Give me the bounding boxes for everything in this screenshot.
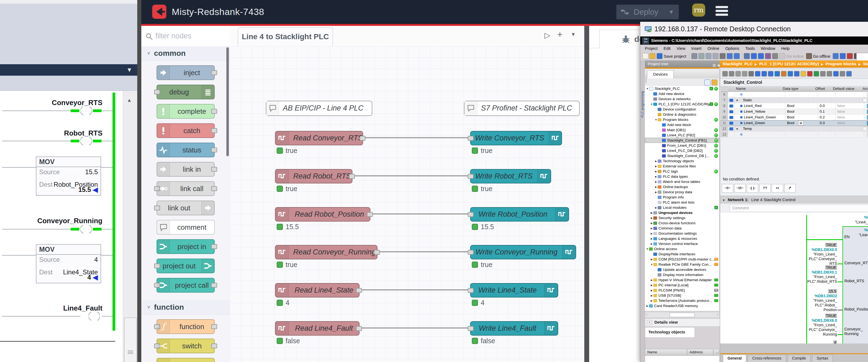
print-icon[interactable] <box>691 53 698 59</box>
tree-item[interactable]: Stacklight_Control [FB1] <box>645 138 719 143</box>
tree-item[interactable]: Display more information <box>645 272 719 277</box>
expand-arrow-icon[interactable]: ▼ <box>655 118 657 121</box>
output-port[interactable] <box>211 167 217 172</box>
mov-instruction[interactable]: MOVSource15.5DestRobot_Position15.5 ◀ <box>36 157 101 196</box>
inspector-tab-general[interactable]: General <box>723 355 746 362</box>
editor-tool-icon-7[interactable] <box>768 71 773 77</box>
table-row[interactable]: 9Line4_YellowBool0.1false✓ <box>721 109 868 115</box>
palette-node-link out[interactable]: link out <box>157 201 215 215</box>
menu-online[interactable]: Online <box>704 46 722 51</box>
tree-item[interactable]: ▶Card Reader/USB memory <box>645 303 719 308</box>
menu-edit[interactable]: Edit <box>661 46 674 51</box>
save-icon[interactable] <box>657 53 662 59</box>
ladder-scrollbar[interactable]: ▲ <box>123 91 137 362</box>
go-online-label[interactable]: Go online <box>786 54 804 58</box>
collapse-arrow-icon[interactable]: ▶ <box>650 284 653 287</box>
network-header[interactable]: ▼Network 1:Line 4 Stacklight Control <box>720 196 868 203</box>
output-port[interactable] <box>360 136 366 141</box>
add-flow-button[interactable]: + <box>557 29 562 40</box>
input-port[interactable] <box>468 250 474 255</box>
tree-item[interactable]: ▶Technology objects <box>645 159 719 164</box>
menu-view[interactable]: View <box>674 46 688 51</box>
undo-icon[interactable] <box>727 53 733 59</box>
input-operand[interactable]: 15.5%DB1.DBD2"From_Line4_PLC".Robot_Posi… <box>792 289 837 312</box>
tree-item[interactable]: Line4_PLC [FB2] <box>645 133 719 138</box>
input-port[interactable] <box>468 212 474 217</box>
output-port[interactable] <box>211 70 217 75</box>
output-port[interactable] <box>349 174 355 179</box>
collapse-arrow-icon[interactable]: ▶ <box>650 258 653 261</box>
collapse-arrow-icon[interactable]: ▶ <box>650 227 653 230</box>
table-row[interactable]: 11Line4_GreenBool▤0.3false✓ <box>721 120 868 126</box>
output-coil-icon[interactable] <box>81 136 92 146</box>
editor-tool-icon-4[interactable] <box>748 71 754 77</box>
editor-tool-icon-14[interactable] <box>814 71 819 77</box>
tree-item[interactable]: ▶Documentation settings <box>645 231 719 236</box>
wire[interactable] <box>351 175 470 176</box>
tree-item[interactable]: ▶PLCSIM [PN/IE]✕ <box>645 288 719 293</box>
collapse-arrow-icon[interactable]: ▶ <box>650 222 653 225</box>
tree-item[interactable]: ▶COM [RS232/PPI multi-master c...? <box>645 257 719 262</box>
go-offline-label[interactable]: Go offline <box>813 54 831 58</box>
accessible-checkbox[interactable] <box>863 127 867 131</box>
output-port[interactable] <box>211 147 217 152</box>
start-cpu-icon[interactable] <box>758 53 764 59</box>
menu-help[interactable]: Help <box>778 46 793 51</box>
ladder-instruction-button-2[interactable]: -( )- <box>747 184 758 193</box>
scrollbar-thumb[interactable] <box>124 317 137 362</box>
output-port[interactable] <box>367 212 373 217</box>
tree-item[interactable]: ▶Watch and force tables <box>645 179 719 184</box>
editor-tool-icon-17[interactable] <box>833 71 839 77</box>
accessible-checkbox[interactable] <box>867 132 868 137</box>
flow-tab[interactable]: Line 4 to Stacklight PLC <box>238 27 333 47</box>
tree-item[interactable]: ▶Version control interface <box>645 241 719 246</box>
read-node[interactable]: Read Conveyor_Running <box>275 245 377 259</box>
collapse-arrow-icon[interactable]: ▶ <box>650 289 653 292</box>
expand-arrow-icon[interactable]: ▼ <box>650 263 653 266</box>
tree-item[interactable]: ▶PLC tags <box>645 169 719 174</box>
palette-node-function[interactable]: ƒfunction <box>157 319 215 334</box>
tia-title-bar[interactable]: TIAV17 Siemens - C:\Users\richard\Docume… <box>640 36 868 45</box>
left-app-collapsed-bar[interactable]: ▼ <box>0 64 137 76</box>
tree-item[interactable]: ▶PC internal [Local] <box>645 282 719 288</box>
output-port[interactable] <box>211 186 217 191</box>
rt-icon[interactable] <box>772 53 778 59</box>
sidebar-splitter[interactable] <box>584 26 589 362</box>
tree-item[interactable]: From_Line4_PLC [DB1] <box>645 143 719 148</box>
collapse-arrow-icon[interactable]: ▶ <box>650 217 653 219</box>
read-node[interactable]: Read Robot_RTS <box>275 169 352 184</box>
tree-item[interactable]: Device configuration <box>645 107 719 112</box>
ladder-instruction-button-0[interactable]: ⊣⊢ <box>722 184 733 193</box>
paste-icon[interactable] <box>713 53 718 59</box>
collapse-arrow-icon[interactable]: ▶ <box>650 238 653 240</box>
ladder-instruction-button-5[interactable]: ↱ <box>784 184 796 193</box>
palette-category-function[interactable]: ˅function <box>141 300 230 315</box>
menu-window[interactable]: Window <box>758 46 778 51</box>
details-col-name[interactable]: Name <box>645 349 687 356</box>
tree-item[interactable]: ▶External source files <box>645 164 719 169</box>
read-node[interactable]: Read Conveyor_RTS <box>275 131 363 145</box>
tree-item[interactable]: ▶Hyper-V Virtual Ethernet Adapter <box>645 277 719 282</box>
input-port[interactable] <box>468 288 474 293</box>
collapse-arrow-icon[interactable]: ▶ <box>655 165 657 168</box>
open-icon[interactable] <box>650 53 655 59</box>
tree-item[interactable]: Update accessible devices <box>645 267 719 272</box>
chevron-down-icon[interactable]: ▼ <box>126 66 132 74</box>
tree-item[interactable]: ▶Online backups <box>645 184 719 190</box>
write-node[interactable]: Write Robot_Position <box>470 207 569 222</box>
accessible-checkbox[interactable]: ✓ <box>867 104 868 108</box>
table-row[interactable]: 6 <box>721 92 868 98</box>
inspector-tab-compile[interactable]: Compile <box>787 355 811 362</box>
devices-tab[interactable]: Devices <box>647 70 674 79</box>
output-port[interactable] <box>356 326 362 331</box>
stop-cpu-icon[interactable] <box>765 53 771 59</box>
input-operand[interactable]: TRUE%DB1.DBX0.0"From_Line4_PLC".Conveyor… <box>792 243 837 266</box>
split-icon[interactable] <box>847 53 853 59</box>
tree-item[interactable]: ▶TeleService [Automatic protoco... <box>645 298 719 303</box>
editor-tool-icon-13[interactable] <box>807 71 812 77</box>
rdp-title-bar[interactable]: 192.168.0.137 - Remote Desktop Connectio… <box>640 22 868 37</box>
output-port[interactable] <box>356 288 362 293</box>
flow-list-caret-icon[interactable]: ▾ <box>572 31 575 38</box>
breadcrumb-item[interactable]: Stacklight_Co <box>863 61 868 66</box>
editor-tool-icon-10[interactable] <box>787 71 793 77</box>
